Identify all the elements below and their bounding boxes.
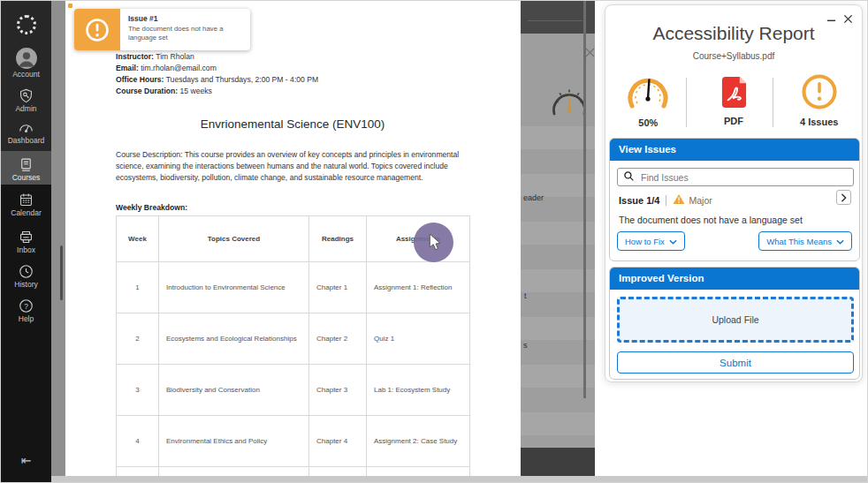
table-cell: Ecosystems and Ecological Relationships: [159, 313, 309, 365]
collapse-sidebar-icon[interactable]: ⇤: [1, 453, 51, 467]
upload-file-label: Upload File: [712, 314, 758, 325]
chevron-down-icon: [669, 237, 677, 246]
left-scrollbar-thumb[interactable]: [60, 245, 63, 300]
background-scrollbar[interactable]: [583, 1, 586, 398]
dimmed-page-left: [51, 1, 65, 476]
what-this-means-button[interactable]: What This Means: [758, 231, 852, 251]
chevron-right-icon: [841, 190, 847, 206]
accessibility-report-panel: Accessibility Report Course+Syllabus.pdf…: [605, 4, 863, 382]
issue-marker-dot: [68, 4, 72, 8]
sidebar-item-admin[interactable]: Admin: [1, 87, 51, 113]
file-name: Course+Syllabus.pdf: [605, 51, 862, 61]
gauge-icon: [1, 119, 51, 136]
issue-tooltip: Issue #1 The document does not have a la…: [74, 9, 250, 50]
stats-divider: [773, 78, 773, 127]
info-line: Office Hours: Tuesdays and Thursdays, 2:…: [116, 74, 318, 86]
sidebar-item-label: Account: [1, 70, 51, 79]
inbox-icon: [1, 229, 51, 245]
search-icon: [623, 170, 635, 185]
sidebar-item-calendar[interactable]: Calendar: [1, 192, 51, 217]
stats-divider: [686, 78, 687, 127]
course-title: Envrionemental Science (ENV100): [116, 117, 469, 131]
table-cell: [117, 467, 159, 477]
global-nav-sidebar: Account Admin Dashboard Courses Calendar: [1, 1, 51, 483]
background-text-fragment: s: [523, 341, 528, 350]
score-value: 50%: [638, 117, 658, 128]
shield-key-icon: [1, 87, 51, 104]
info-line: Instructor: Tim Rholan: [116, 51, 318, 63]
issues-count: 4 Issues: [800, 117, 838, 127]
dimmed-footer-bar: [521, 448, 595, 476]
sidebar-item-label: Calendar: [1, 208, 51, 217]
table-header: Week: [117, 216, 159, 262]
courses-icon: [1, 156, 51, 173]
table-cell: Assignment 2: Case Study: [367, 416, 470, 467]
how-to-fix-button[interactable]: How to Fix: [617, 231, 685, 251]
submit-button[interactable]: Submit: [617, 351, 854, 374]
issues-stat: 4 Issues: [776, 72, 862, 131]
horizontal-scrollbar-track[interactable]: [51, 476, 868, 483]
sidebar-item-inbox[interactable]: Inbox: [1, 229, 51, 254]
table-cell: Introduction to Environmental Science: [159, 262, 309, 313]
table-row: 2 Ecosystems and Ecological Relationship…: [117, 313, 470, 365]
improved-version-header: Improved Version: [610, 268, 859, 290]
table-cell: [309, 467, 367, 477]
sidebar-item-label: History: [1, 280, 51, 289]
warning-exclamation-icon: [74, 9, 120, 50]
table-header: Topics Covered: [159, 216, 309, 262]
app-window: Account Admin Dashboard Courses Calendar: [0, 0, 868, 483]
info-line: Course Duration: 15 weeks: [116, 86, 318, 97]
sidebar-item-history[interactable]: History: [1, 263, 51, 289]
sidebar-item-help[interactable]: ? Help: [1, 298, 51, 323]
course-info-block: Instructor: Tim Rholan Email: tim.rholan…: [116, 51, 318, 97]
chevron-down-icon: [836, 237, 844, 246]
sidebar-item-dashboard[interactable]: Dashboard: [1, 119, 51, 145]
pdf-file-icon: [720, 72, 749, 113]
table-cell: 1: [117, 262, 159, 313]
view-issues-header: View Issues: [610, 139, 859, 161]
search-input[interactable]: [639, 171, 848, 184]
table-cell: 3: [117, 365, 159, 416]
what-this-means-label: What This Means: [766, 237, 832, 246]
sidebar-item-label: Dashboard: [1, 136, 51, 145]
issue-counter: Issue 1/4: [619, 195, 659, 206]
table-cell: Biodiversity and Conservation: [159, 365, 309, 416]
sidebar-item-courses[interactable]: Courses: [1, 156, 51, 182]
sidebar-item-label: Admin: [1, 104, 51, 113]
table-cell: Chapter 3: [309, 365, 367, 416]
info-line: Email: tim.rholan@email.com: [116, 63, 318, 74]
sidebar-item-account[interactable]: Account: [1, 47, 51, 79]
calendar-icon: [1, 192, 51, 208]
clock-icon: [1, 263, 51, 280]
sidebar-item-label: Help: [1, 314, 51, 323]
table-cell: Quiz 1: [367, 313, 470, 365]
course-description: Course Description: This course provides…: [116, 149, 468, 185]
table-row: [117, 467, 470, 477]
background-close-icon[interactable]: [585, 45, 595, 61]
sidebar-item-label: Inbox: [1, 245, 51, 254]
upload-file-dropzone[interactable]: Upload File: [617, 297, 854, 343]
table-cell: Environmental Ethics and Policy: [159, 416, 309, 467]
issues-exclamation-icon: [801, 72, 838, 114]
canvas-logo[interactable]: [1, 15, 51, 34]
summary-stats-row: 50% PDF 4 Issues: [605, 72, 862, 131]
weekly-breakdown-heading: Weekly Breakdown:: [116, 203, 187, 212]
score-stat: 50%: [605, 72, 691, 131]
submit-label: Submit: [720, 358, 751, 368]
question-circle-icon: ?: [1, 298, 51, 314]
issue-meta-row: Issue 1/4 Major: [619, 192, 712, 208]
table-cell: [367, 467, 470, 477]
dimmed-page-background: eader t s: [521, 1, 595, 476]
table-cell: 4: [117, 416, 159, 467]
improved-version-section: Improved Version Upload File Submit: [609, 267, 860, 380]
how-to-fix-label: How to Fix: [625, 237, 665, 246]
panel-title: Accessibility Report: [605, 23, 862, 44]
mouse-cursor-icon: [429, 234, 442, 255]
next-issue-button[interactable]: [836, 190, 851, 205]
view-issues-section: View Issues Issue 1/4 Major The: [609, 138, 860, 261]
issue-description: The document does not have a language se…: [619, 215, 803, 225]
table-cell: [159, 467, 309, 477]
table-row: 1 Introduction to Environmental Science …: [117, 262, 470, 313]
file-type-stat: PDF: [691, 72, 777, 131]
find-issues-search[interactable]: [617, 168, 854, 186]
